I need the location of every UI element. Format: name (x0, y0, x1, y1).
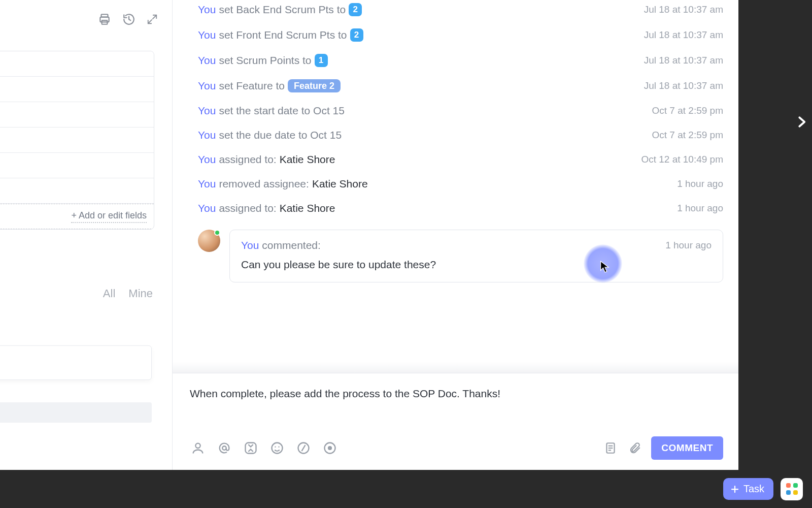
slash-command-icon[interactable] (295, 440, 312, 456)
presence-indicator (214, 230, 220, 236)
activity-time: Jul 18 at 10:37 am (644, 80, 723, 91)
activity-person: Katie Shore (280, 202, 335, 214)
activity-text: set the start date to Oct 15 (219, 105, 344, 117)
svg-point-14 (328, 446, 332, 450)
comment-item: You commented: 1 hour ago Can you please… (198, 230, 723, 282)
svg-point-9 (275, 447, 276, 448)
activity-pill: 1 (315, 54, 328, 67)
activity-actor: You (198, 178, 216, 190)
activity-pill: 2 (350, 28, 363, 42)
custom-field-row[interactable] (0, 77, 154, 102)
activity-time: Oct 7 at 2:59 pm (652, 130, 723, 141)
plus-icon (730, 485, 739, 494)
next-task-button[interactable] (794, 112, 809, 134)
subtask-tabs: All Mine (103, 287, 153, 300)
svg-line-12 (302, 445, 306, 451)
add-edit-fields[interactable]: + Add or edit fields (0, 204, 154, 229)
record-icon[interactable] (322, 440, 338, 456)
activity-actor: You (198, 80, 216, 92)
activity-text: set Scrum Points to (219, 54, 311, 67)
activity-time: Oct 7 at 2:59 pm (652, 105, 723, 116)
bottom-bar: Task (0, 470, 812, 508)
activity-actor: You (198, 54, 216, 67)
comment-input[interactable]: When complete, please add the process to… (190, 388, 723, 436)
cursor-icon (600, 261, 610, 273)
doc-icon[interactable] (602, 440, 619, 456)
custom-field-row[interactable] (0, 51, 154, 77)
activity-time: Oct 12 at 10:49 pm (641, 154, 723, 165)
mention-icon[interactable] (216, 440, 232, 456)
comment-actor: You (241, 239, 259, 251)
custom-field-row[interactable] (0, 102, 154, 128)
activity-row: You set Back End Scrum Pts to 2 Jul 18 a… (198, 0, 723, 22)
custom-field-row[interactable] (0, 153, 154, 178)
activity-row: You set Front End Scrum Pts to 2 Jul 18 … (198, 22, 723, 48)
activity-row: You assigned to: Katie Shore Oct 12 at 1… (198, 147, 723, 172)
cursor-highlight (584, 244, 622, 283)
svg-line-4 (148, 20, 152, 23)
link-task-icon[interactable] (243, 440, 259, 456)
activity-actor: You (198, 202, 216, 214)
activity-text: set Feature to (219, 80, 285, 92)
comment-time: 1 hour ago (665, 240, 712, 251)
attachment-icon[interactable] (627, 440, 643, 456)
activity-row: You set Feature to Feature 2 Jul 18 at 1… (198, 73, 723, 99)
activity-row: You assigned to: Katie Shore 1 hour ago (198, 196, 723, 220)
activity-text: removed assignee: (219, 178, 309, 190)
expand-icon[interactable] (147, 14, 158, 25)
svg-point-10 (278, 447, 279, 448)
assign-icon[interactable] (190, 440, 206, 456)
task-left-column: + Add or edit fields All Mine (0, 0, 173, 470)
add-edit-fields-label: + Add or edit fields (71, 210, 147, 223)
activity-row: You set Scrum Points to 1 Jul 18 at 10:3… (198, 48, 723, 73)
emoji-icon[interactable] (269, 440, 285, 456)
activity-person: Katie Shore (312, 178, 368, 190)
activity-time: 1 hour ago (677, 203, 723, 214)
custom-field-row[interactable] (0, 128, 154, 153)
activity-actor: You (198, 105, 216, 117)
compose-toolbar: COMMENT (190, 436, 723, 460)
tab-mine[interactable]: Mine (128, 287, 153, 300)
activity-actor: You (198, 153, 216, 166)
activity-time: Jul 18 at 10:37 am (644, 55, 723, 66)
comment-head-label: commented: (262, 239, 321, 251)
activity-text: set the due date to Oct 15 (219, 129, 342, 141)
new-task-button[interactable]: Task (723, 478, 773, 500)
activity-feed: You set Back End Scrum Pts to 2 Jul 18 a… (173, 0, 738, 373)
comment-body: Can you please be sure to update these? (241, 259, 712, 271)
activity-person: Katie Shore (280, 153, 335, 166)
activity-time: 1 hour ago (677, 178, 723, 189)
comment-card[interactable]: You commented: 1 hour ago Can you please… (229, 230, 723, 282)
svg-point-8 (272, 443, 283, 454)
task-detail-panel: + Add or edit fields All Mine You set Ba… (0, 0, 738, 470)
activity-pill: 2 (349, 3, 362, 16)
history-icon[interactable] (122, 13, 136, 26)
avatar[interactable] (198, 230, 220, 252)
svg-point-5 (195, 443, 200, 448)
app-grid-icon (786, 483, 798, 495)
tab-all[interactable]: All (103, 287, 115, 300)
activity-text: set Front End Scrum Pts to (219, 29, 347, 41)
custom-field-row[interactable] (0, 178, 154, 204)
activity-actor: You (198, 29, 216, 41)
subtask-input[interactable] (0, 345, 152, 380)
activity-text: assigned to: (219, 202, 276, 214)
activity-time: Jul 18 at 10:37 am (644, 29, 723, 41)
svg-rect-7 (246, 443, 256, 454)
print-icon[interactable] (98, 13, 111, 26)
subtask-placeholder-row (0, 402, 152, 423)
activity-actor: You (198, 129, 216, 141)
activity-column: You set Back End Scrum Pts to 2 Jul 18 a… (173, 0, 738, 470)
activity-actor: You (198, 4, 216, 16)
activity-row: You set the start date to Oct 15 Oct 7 a… (198, 99, 723, 123)
app-launcher-button[interactable] (781, 478, 803, 500)
activity-text: assigned to: (219, 153, 276, 166)
activity-time: Jul 18 at 10:37 am (644, 4, 723, 15)
left-toolbar (98, 13, 158, 26)
custom-fields-box: + Add or edit fields (0, 51, 154, 230)
new-task-label: Task (743, 483, 764, 495)
activity-row: You set the due date to Oct 15 Oct 7 at … (198, 123, 723, 147)
activity-text: set Back End Scrum Pts to (219, 4, 346, 16)
comment-submit-button[interactable]: COMMENT (651, 436, 723, 460)
activity-row: You removed assignee: Katie Shore 1 hour… (198, 172, 723, 196)
